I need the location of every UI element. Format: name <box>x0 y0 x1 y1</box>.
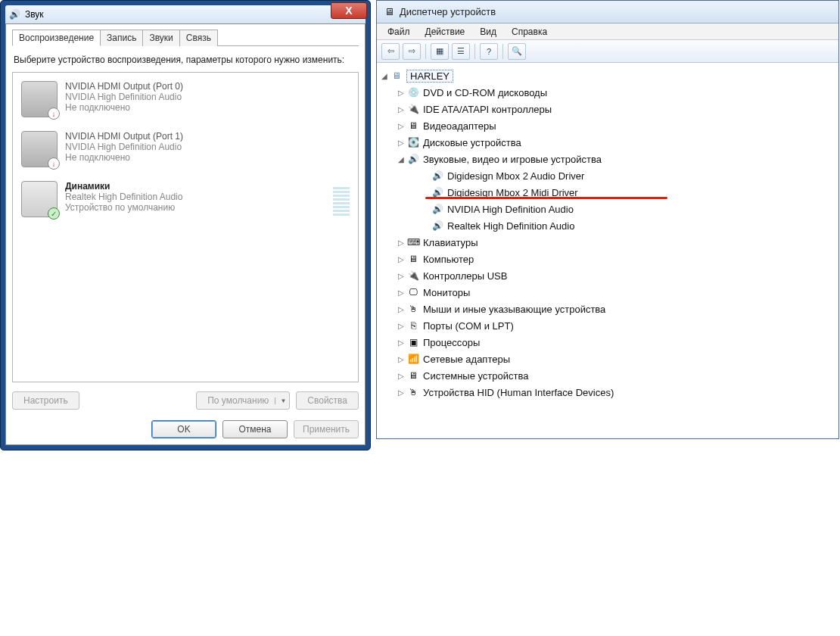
category-label: IDE ATA/ATAPI контроллеры <box>423 104 552 115</box>
tree-category[interactable]: ▷💽Дисковые устройства <box>380 134 835 151</box>
cancel-button[interactable]: Отмена <box>222 420 288 438</box>
category-label: Сетевые адаптеры <box>423 354 510 365</box>
expand-icon[interactable]: ▷ <box>397 122 405 130</box>
tree-root[interactable]: ◢🖥HARLEY <box>380 67 835 84</box>
device-name: Динамики <box>65 181 182 192</box>
device-driver: NVIDIA High Definition Audio <box>65 92 183 102</box>
expand-icon[interactable]: ▷ <box>397 272 405 280</box>
menu-view[interactable]: Вид <box>474 25 502 39</box>
device-tree[interactable]: ◢🖥HARLEY▷💿DVD и CD-ROM дисководы▷🔌IDE AT… <box>377 63 838 438</box>
kb-icon: ⌨ <box>406 235 420 249</box>
expand-icon[interactable]: ▷ <box>397 322 405 330</box>
device-status: Не подключено <box>65 152 183 163</box>
tree-category[interactable]: ▷⎘Порты (COM и LPT) <box>380 317 835 334</box>
expand-icon[interactable]: ▷ <box>397 305 405 313</box>
tree-category[interactable]: ◢🔊Звуковые, видео и игровые устройства <box>380 151 835 167</box>
expand-icon[interactable]: ▷ <box>397 388 405 397</box>
expand-icon[interactable]: ▷ <box>397 105 405 114</box>
scan-button[interactable]: 🔍 <box>508 43 526 60</box>
tree-device[interactable]: 🔊Realtek High Definition Audio <box>380 217 835 234</box>
expand-icon[interactable]: ▷ <box>397 255 405 263</box>
tree-category[interactable]: ▷📶Сетевые адаптеры <box>380 351 835 367</box>
tree-category[interactable]: ▷🖱Мыши и иные указывающие устройства <box>380 301 835 317</box>
tree-device[interactable]: 🔊NVIDIA High Definition Audio <box>380 201 835 217</box>
instruction-text: Выберите устройство воспроизведения, пар… <box>14 54 357 66</box>
set-default-button[interactable]: По умолчанию <box>196 391 290 410</box>
show-hide-button[interactable]: ▦ <box>431 43 449 60</box>
mouse-icon: 🖱 <box>406 302 420 316</box>
menu-action[interactable]: Действие <box>419 25 471 39</box>
tab-comm[interactable]: Связь <box>179 30 218 46</box>
device-status: Не подключено <box>65 102 183 113</box>
dialog-button-row: OK Отмена Применить <box>12 420 359 438</box>
device-name: NVIDIA HDMI Output (Port 0) <box>65 81 183 92</box>
speaker-icon: 🔊 <box>8 8 20 20</box>
speaker-icon: 🔊 <box>431 219 444 232</box>
check-icon: ✓ <box>48 207 60 220</box>
expand-icon[interactable]: ▷ <box>397 355 405 363</box>
help-button[interactable]: ? <box>480 43 498 60</box>
expand-icon[interactable]: ▷ <box>397 372 405 380</box>
category-label: Дисковые устройства <box>423 137 521 148</box>
gpu-icon: 🖥 <box>406 119 420 132</box>
device-name: NVIDIA HDMI Output (Port 1) <box>65 131 183 142</box>
device-text: Динамики Realtek High Definition Audio У… <box>65 181 182 217</box>
sound-body: Воспроизведение Запись Звуки Связь Выбер… <box>5 23 366 445</box>
expand-icon[interactable]: ▷ <box>397 139 405 147</box>
device-item[interactable]: ↓ NVIDIA HDMI Output (Port 0) NVIDIA Hig… <box>16 77 355 121</box>
tree-category[interactable]: ▷🖥Видеоадаптеры <box>380 117 835 134</box>
speaker-icon: ✓ <box>21 181 58 217</box>
device-list[interactable]: ↓ NVIDIA HDMI Output (Port 0) NVIDIA Hig… <box>12 72 359 382</box>
tree-category[interactable]: ▷⌨Клавиатуры <box>380 234 835 251</box>
expand-icon[interactable]: ▷ <box>397 238 405 247</box>
back-button[interactable]: ⇦ <box>381 43 400 60</box>
menu-file[interactable]: Файл <box>381 25 416 39</box>
configure-button[interactable]: Настроить <box>12 391 79 410</box>
expand-icon[interactable]: ◢ <box>397 155 405 164</box>
tree-category[interactable]: ▷🖱Устройства HID (Human Interface Device… <box>380 384 835 401</box>
category-label: Мониторы <box>423 287 470 298</box>
menu-help[interactable]: Справка <box>506 25 553 39</box>
device-item-default[interactable]: ✓ Динамики Realtek High Definition Audio… <box>16 177 355 221</box>
tree-device[interactable]: 🔊Digidesign Mbox 2 Audio Driver <box>380 167 835 184</box>
tree-category[interactable]: ▷🖵Мониторы <box>380 284 835 301</box>
tab-playback[interactable]: Воспроизведение <box>12 30 101 46</box>
speak-icon: 🔊 <box>406 152 420 166</box>
sys-icon: 🖥 <box>406 369 420 382</box>
expand-icon[interactable]: ▷ <box>397 288 405 297</box>
device-driver: NVIDIA High Definition Audio <box>65 142 183 152</box>
tree-category[interactable]: ▷🔌Контроллеры USB <box>380 267 835 284</box>
tab-sounds[interactable]: Звуки <box>142 30 179 46</box>
tree-category[interactable]: ▷💿DVD и CD-ROM дисководы <box>380 84 835 101</box>
arrow-down-icon: ↓ <box>48 157 60 170</box>
device-label: Realtek High Definition Audio <box>447 220 574 232</box>
tree-category[interactable]: ▷▣Процессоры <box>380 334 835 351</box>
disk-icon: 💽 <box>406 136 420 149</box>
sound-window: 🔊 Звук X Воспроизведение Запись Звуки Св… <box>0 0 371 450</box>
usb-icon: 🔌 <box>406 269 420 282</box>
forward-button[interactable]: ⇨ <box>403 43 421 60</box>
device-button-row: Настроить По умолчанию Свойства <box>12 391 359 410</box>
toolbar-separator <box>425 44 426 59</box>
ok-button[interactable]: OK <box>151 420 216 438</box>
tab-record[interactable]: Запись <box>100 30 143 46</box>
speaker-icon: 🔊 <box>431 202 444 216</box>
device-item[interactable]: ↓ NVIDIA HDMI Output (Port 1) NVIDIA Hig… <box>16 127 355 171</box>
tree-category[interactable]: ▷🖥Компьютер <box>380 251 835 267</box>
expand-icon[interactable]: ▷ <box>397 338 405 347</box>
expand-icon[interactable]: ▷ <box>397 89 405 97</box>
sound-titlebar[interactable]: 🔊 Звук X <box>5 5 366 23</box>
close-button[interactable]: X <box>331 2 367 19</box>
device-label: Digidesign Mbox 2 Audio Driver <box>447 170 584 182</box>
devmgr-icon: 🖥 <box>383 6 395 18</box>
tree-category[interactable]: ▷🖥Системные устройства <box>380 367 835 384</box>
tree-category[interactable]: ▷🔌IDE ATA/ATAPI контроллеры <box>380 101 835 117</box>
category-label: Устройства HID (Human Interface Devices) <box>423 387 614 398</box>
level-meter <box>333 181 350 217</box>
properties-button[interactable]: Свойства <box>296 391 359 410</box>
apply-button[interactable]: Применить <box>294 420 359 438</box>
properties-button[interactable]: ☰ <box>452 43 470 60</box>
devmgr-titlebar[interactable]: 🖥 Диспетчер устройств <box>377 1 838 23</box>
monitor-icon: ↓ <box>21 81 58 117</box>
cpu-icon: ▣ <box>406 335 420 349</box>
